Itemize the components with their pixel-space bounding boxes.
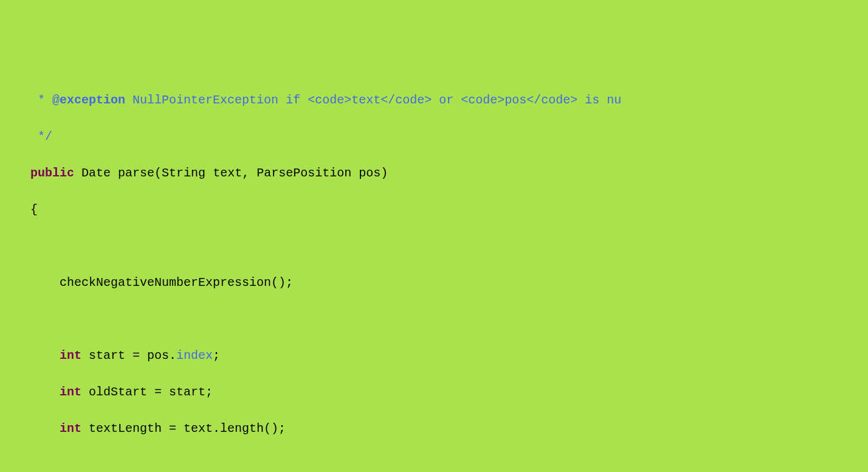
code-line: checkNegativeNumberExpression(); xyxy=(0,274,868,292)
keyword-int: int xyxy=(60,385,81,399)
code-line: int oldStart = start; xyxy=(0,383,868,401)
javadoc-close: */ xyxy=(23,130,52,144)
keyword-int: int xyxy=(60,422,81,436)
code-line xyxy=(0,310,868,328)
code-line: public Date parse(String text, ParsePosi… xyxy=(0,164,868,182)
code-line: int textLength = text.length(); xyxy=(0,420,868,438)
code-line: * @exception NullPointerException if <co… xyxy=(0,91,868,109)
code-line: { xyxy=(0,201,868,219)
keyword-int: int xyxy=(60,349,81,363)
code-line: int start = pos.index; xyxy=(0,347,868,365)
keyword-public: public xyxy=(30,166,74,180)
javadoc-comment: * @exception NullPointerException if <co… xyxy=(23,93,621,107)
code-line xyxy=(0,237,868,255)
code-line: */ xyxy=(0,128,868,146)
code-editor[interactable]: * @exception NullPointerException if <co… xyxy=(0,73,868,472)
code-line xyxy=(0,456,868,472)
